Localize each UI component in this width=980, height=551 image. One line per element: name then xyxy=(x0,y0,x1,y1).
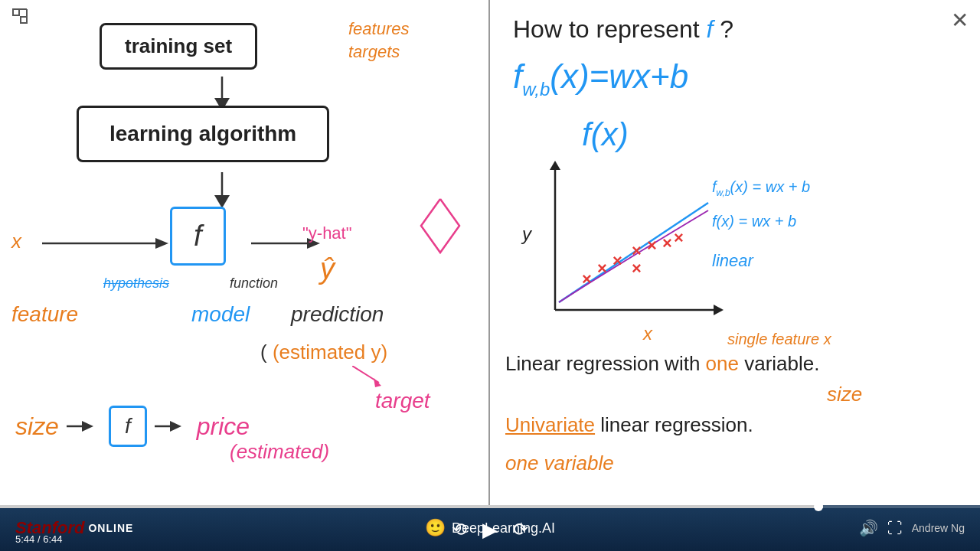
playback-controls: ⟲ ▶ ⟳ xyxy=(452,518,528,542)
time-display: 5:44 / 6:44 xyxy=(15,533,62,545)
f-box-small: f xyxy=(109,406,147,447)
svg-text:×: × xyxy=(632,241,642,260)
time-total: 6:44 xyxy=(43,533,62,545)
one-variable-text: one variable xyxy=(505,452,614,475)
svg-marker-17 xyxy=(170,421,181,432)
graph-annotation-1: fw,b(x) = wx + b xyxy=(712,176,810,200)
yhat-quote-label: "y-hat" xyxy=(302,218,352,244)
function-label: function xyxy=(230,276,278,292)
size-f-price-row: size f price xyxy=(15,406,250,447)
regression-graph: × × × × × × × × xyxy=(513,161,727,329)
feature-label: feature xyxy=(11,302,78,327)
svg-marker-15 xyxy=(82,421,93,432)
f-function-box: f xyxy=(170,207,226,266)
x-axis-label: x xyxy=(643,323,652,344)
close-icon[interactable]: ✕ xyxy=(951,8,969,33)
learning-algorithm-label: learning algorithm xyxy=(109,122,296,145)
progress-dot xyxy=(814,502,823,511)
volume-icon[interactable]: 🔊 xyxy=(859,519,878,537)
online-text: ONLINE xyxy=(88,522,133,534)
main-content: training set features targets learning a… xyxy=(0,0,980,505)
time-current: 5:44 xyxy=(15,533,34,545)
svg-text:×: × xyxy=(597,259,607,278)
arrow-algo-to-f xyxy=(207,172,237,210)
model-label: model xyxy=(191,302,250,327)
yhat-symbol: ŷ xyxy=(320,253,335,285)
progress-bar-container[interactable] xyxy=(0,505,980,508)
features-label: features xyxy=(348,19,410,39)
linear-regression-text: Linear regression with one variable. xyxy=(505,352,819,376)
left-panel: training set features targets learning a… xyxy=(0,0,490,505)
x-label: x xyxy=(11,230,21,253)
linear-label: linear xyxy=(712,251,753,271)
size-label: size xyxy=(15,412,59,441)
single-feature-label: single feature x xyxy=(727,331,831,348)
targets-label: targets xyxy=(348,42,410,62)
svg-marker-13 xyxy=(374,378,381,387)
hypothesis-label: hypothesis xyxy=(103,276,169,292)
svg-text:×: × xyxy=(632,259,642,278)
f-symbol: f xyxy=(194,220,202,252)
estimated-y-label: ( (estimated y) xyxy=(260,341,387,364)
svg-text:×: × xyxy=(662,233,672,253)
fx-simple: f(x) xyxy=(582,116,629,153)
arrow-size-to-f xyxy=(67,419,101,434)
arrow-estimated xyxy=(352,366,390,389)
svg-text:×: × xyxy=(612,251,622,270)
fullscreen-icon[interactable]: ⛶ xyxy=(887,520,903,537)
size-right-label: size xyxy=(827,383,862,406)
graph-annotation-2: f(x) = wx + b xyxy=(712,213,796,230)
right-controls: 🔊 ⛶ Andrew Ng xyxy=(859,519,965,537)
svg-marker-19 xyxy=(550,161,560,170)
expand-icon[interactable] xyxy=(11,8,28,29)
svg-text:×: × xyxy=(674,228,684,247)
price-estimated-label: (estimated) xyxy=(230,440,329,464)
target-label: target xyxy=(375,389,430,413)
training-set-box: training set xyxy=(100,23,257,70)
price-label: price xyxy=(197,412,250,441)
svg-marker-9 xyxy=(155,238,168,249)
univariate-text: Univariate linear regression. xyxy=(505,413,753,437)
svg-rect-1 xyxy=(21,17,27,23)
smiley-icon: 🙂 xyxy=(425,518,446,538)
svg-text:×: × xyxy=(647,236,657,255)
prediction-label: prediction xyxy=(291,302,384,327)
bottom-bar: Stanford ONLINE 🙂 DeepLearning.AI ⟲ ▶ ⟳ … xyxy=(0,505,980,551)
how-to-represent-title: How to represent f ? xyxy=(513,15,733,44)
play-button[interactable]: ▶ xyxy=(482,518,498,542)
features-targets: features targets xyxy=(348,19,410,62)
main-formula: fw,b(x)=wx+b xyxy=(513,57,688,100)
svg-marker-21 xyxy=(714,305,724,315)
right-panel: How to represent f ? fw,b(x)=wx+b f(x) xyxy=(490,0,980,505)
svg-text:×: × xyxy=(582,269,592,289)
learning-algorithm-box: learning algorithm xyxy=(77,106,329,162)
andrew-ng-label: Andrew Ng xyxy=(912,522,965,534)
svg-rect-0 xyxy=(13,9,19,15)
training-set-label: training set xyxy=(125,34,232,57)
rewind-button[interactable]: ⟲ xyxy=(452,519,467,540)
arrow-f-to-price xyxy=(155,419,189,434)
arrow-x-to-f xyxy=(42,236,176,251)
y-diamond-shape xyxy=(417,195,463,259)
y-axis-label: y xyxy=(522,223,531,245)
forward-button[interactable]: ⟳ xyxy=(513,519,528,540)
progress-bar-fill xyxy=(0,505,823,508)
